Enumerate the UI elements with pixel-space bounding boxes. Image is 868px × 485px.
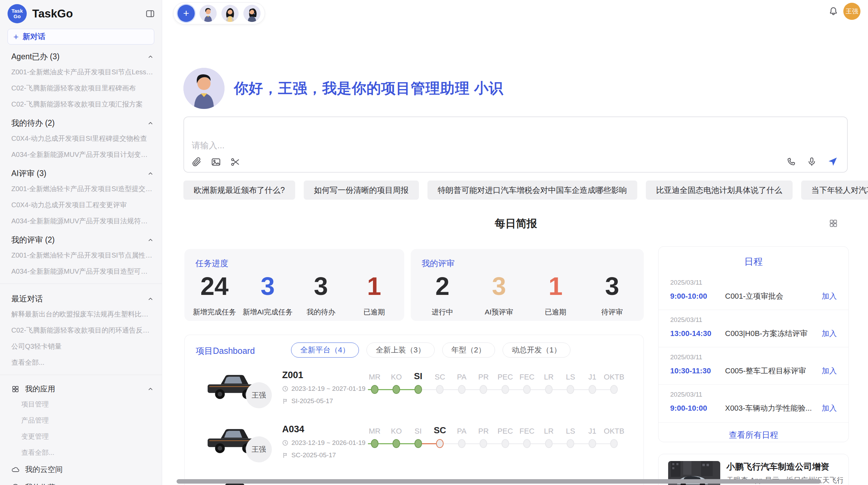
chevron-up-icon[interactable]	[147, 120, 154, 127]
send-icon[interactable]	[827, 156, 838, 167]
list-item[interactable]: Z001-全新燃油轻卡产品开发项目SI造型提交物评审	[0, 181, 162, 197]
project-flag: SI-2025-05-17	[282, 397, 333, 405]
sidebar-item-project-mgmt[interactable]: 项目管理	[0, 396, 162, 412]
join-button[interactable]: 加入	[822, 328, 837, 339]
image-icon[interactable]	[211, 157, 221, 167]
notification-bell-icon[interactable]	[828, 6, 839, 16]
milestone-label: MR	[369, 425, 381, 436]
list-item[interactable]: C0X4-动力总成开发项目SI里程碑提交物检查	[0, 130, 162, 147]
milestone-dot	[414, 385, 422, 394]
section-title: 我的待办 (2)	[11, 118, 55, 128]
clock-icon	[282, 440, 288, 446]
tab-new-body[interactable]: 全新上装（3）	[366, 343, 434, 358]
list-item[interactable]: A034-全新新能源MUV产品开发项目法规符合性评审	[0, 213, 162, 229]
horizontal-scrollbar[interactable]	[177, 479, 821, 484]
section-header-my-review[interactable]: 我的评审 (2)	[0, 229, 162, 247]
logo-text-bottom: Go	[14, 14, 21, 19]
sidebar-item-cloud-space[interactable]: 我的云空间	[0, 461, 162, 478]
chat-input[interactable]: 请输入...	[183, 116, 848, 173]
list-item[interactable]: C02-飞腾新能源轻客改款项目立项汇报方案	[0, 96, 162, 112]
milestone-dot	[414, 439, 422, 448]
list-item[interactable]: C02-飞腾新能源轻客改款项目里程碑画布	[0, 80, 162, 96]
list-item[interactable]: A034-全新新能源MUV产品开发项目计划变更表编写	[0, 147, 162, 163]
list-item[interactable]: 解释最新出台的欧盟报废车法规再生塑料比例被调至15%...	[0, 306, 162, 322]
task-progress-card: 任务进度 24 新增完成任务 3 新增AI完成任务 3 我的待办 1 已逾期	[184, 249, 404, 321]
stat-value: 3	[471, 274, 527, 299]
section-header-agent-done[interactable]: Agent已办 (3)	[0, 46, 162, 64]
section-title: Agent已办 (3)	[11, 51, 60, 62]
sidebar-item-change-mgmt[interactable]: 变更管理	[0, 428, 162, 445]
section-header-ai-review[interactable]: AI评审 (3)	[0, 163, 162, 181]
schedule-time: 10:30-11:30	[670, 366, 725, 375]
join-button[interactable]: 加入	[822, 403, 837, 413]
list-item[interactable]: C0X4-动力总成开发项目工程变更评审	[0, 197, 162, 213]
milestone-dot	[371, 385, 378, 394]
phone-icon[interactable]	[786, 157, 796, 167]
project-dates: 2023-12-19 ~ 2027-01-19	[282, 385, 365, 393]
join-button[interactable]: 加入	[822, 366, 837, 376]
new-chat-button[interactable]: + 新对话	[8, 29, 154, 45]
section-header-my-todo[interactable]: 我的待办 (2)	[0, 112, 162, 130]
suggestion-chip[interactable]: 特朗普可能对进口汽车增税会对中国车企造成哪些影响	[427, 181, 637, 200]
list-item[interactable]: Z001-全新燃油轻卡产品开发项目SI节点属性5D文件评审	[0, 247, 162, 263]
chevron-up-icon[interactable]	[147, 385, 154, 393]
suggestion-chip[interactable]: 比亚迪全固态电池计划具体说了什么	[646, 181, 793, 200]
logo-text-top: Task	[11, 8, 23, 14]
milestone-dot-overdue	[436, 439, 444, 448]
project-row[interactable]: 王强 Z001 2023-12-19 ~ 2027-01-19 SI-2025-…	[185, 369, 643, 423]
avatar[interactable]	[200, 5, 217, 22]
user-avatar[interactable]: 王强	[843, 3, 860, 20]
chevron-up-icon[interactable]	[147, 236, 154, 244]
schedule-time: 9:00-10:00	[670, 292, 725, 301]
layout-grid-icon[interactable]	[829, 219, 838, 228]
milestone-label: J1	[588, 371, 596, 382]
list-item[interactable]: C02-飞腾新能源轻客改款项目的闭环通告反馈情况	[0, 322, 162, 338]
milestone-label: LR	[544, 371, 554, 382]
stat-new-done: 24 新增完成任务	[188, 274, 241, 317]
suggestion-chip[interactable]: 欧洲新规最近颁布了什么?	[183, 181, 295, 200]
join-button[interactable]: 加入	[822, 291, 837, 301]
sidebar-item-product-mgmt[interactable]: 产品管理	[0, 412, 162, 428]
suggestion-chip[interactable]: 如何写一份清晰的项目周报	[304, 181, 419, 200]
list-item[interactable]: 公司Q3轻卡销量	[0, 338, 162, 355]
tab-year-model[interactable]: 年型（2）	[442, 343, 495, 358]
project-row[interactable]: 王强 A034 2023-12-19 ~ 2026-01-19 SC-2025-…	[185, 423, 643, 477]
tab-all-new-platform[interactable]: 全新平台（4）	[291, 343, 359, 358]
project-milestone-flag: SC-2025-05-17	[291, 451, 336, 459]
list-item[interactable]: A034-全新新能源MUV产品开发项目造型可行性评审	[0, 263, 162, 279]
section-title: 我的评审 (2)	[11, 235, 55, 245]
plus-icon: +	[13, 32, 19, 42]
attachment-icon[interactable]	[192, 157, 202, 167]
tab-powertrain[interactable]: 动总开发（1）	[503, 343, 570, 358]
project-milestone-flag: SI-2025-05-17	[291, 397, 333, 405]
stat-overdue: 1 已逾期	[348, 274, 401, 317]
view-all-schedule-link[interactable]: 查看所有日程	[659, 422, 848, 440]
milestone-dot	[567, 385, 574, 394]
add-assistant-button[interactable]: +	[178, 5, 195, 22]
project-date-range: 2023-12-19 ~ 2027-01-19	[291, 385, 365, 393]
mic-icon[interactable]	[807, 157, 817, 167]
avatar[interactable]	[221, 5, 239, 22]
milestone-dot	[458, 439, 466, 448]
section-header-recent-chats[interactable]: 最近对话	[0, 288, 162, 306]
my-apps-label: 我的应用	[25, 384, 55, 394]
chevron-up-icon[interactable]	[147, 170, 154, 177]
milestone-label: PA	[457, 371, 467, 382]
stat-value: 3	[584, 274, 640, 299]
sidebar: Task Go TaskGo + 新对话 Agent已办 (3) Z001-全新…	[0, 0, 162, 485]
view-all-link[interactable]: 查看全部...	[0, 355, 162, 371]
sidebar-item-favorites[interactable]: 我的收藏	[0, 478, 162, 485]
sidebar-item-my-apps[interactable]: 我的应用	[0, 379, 162, 396]
scissors-icon[interactable]	[230, 157, 240, 167]
view-all-link[interactable]: 查看全部...	[0, 445, 162, 461]
chevron-up-icon[interactable]	[147, 53, 154, 61]
avatar[interactable]	[243, 5, 261, 22]
sidebar-collapse-icon[interactable]	[145, 9, 155, 18]
section-title: 最近对话	[11, 294, 43, 304]
milestone-label: FEC	[519, 425, 534, 436]
schedule-name: X003-车辆动力学性能验...	[725, 403, 818, 413]
chevron-up-icon[interactable]	[147, 295, 154, 303]
suggestion-chip[interactable]: 当下年轻人对汽车外观有怎样的喜好趋势	[801, 181, 868, 200]
list-item[interactable]: Z001-全新燃油皮卡产品开发项目SI节点Lesson Learn报告	[0, 64, 162, 80]
cloud-space-label: 我的云空间	[25, 464, 63, 475]
